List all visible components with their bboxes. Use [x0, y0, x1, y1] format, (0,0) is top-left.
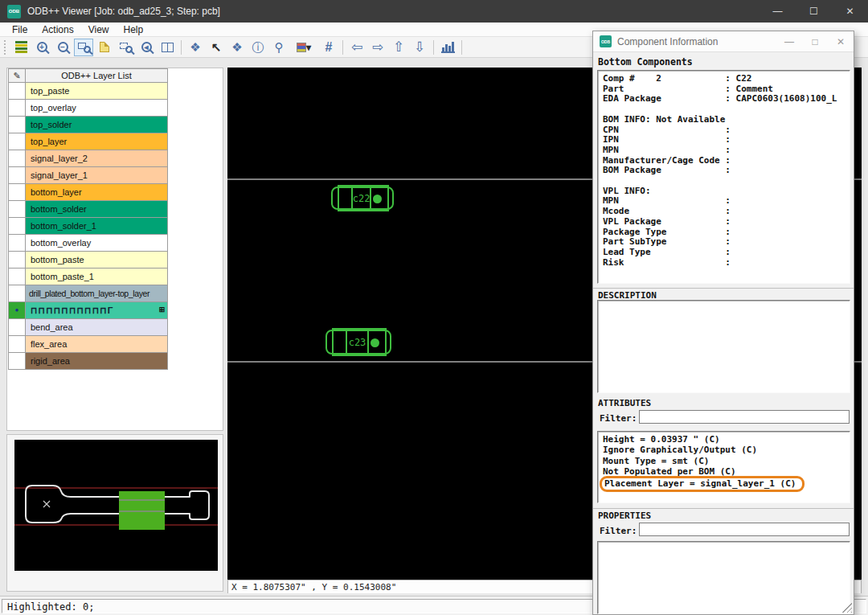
layer-row-top-solder[interactable]: top_solder — [8, 117, 168, 133]
layer-row-bottom-paste[interactable]: bottom_paste — [8, 252, 168, 269]
pan-down-button[interactable]: ⇩ — [410, 39, 429, 56]
measure-info-button[interactable]: ⓘ — [248, 39, 268, 56]
dialog-resize-grip[interactable] — [842, 603, 852, 613]
capture-view-button[interactable] — [95, 39, 114, 56]
component-label: c23 — [347, 330, 367, 355]
zoom-out-button[interactable]: − — [53, 39, 72, 56]
layer-visibility-cell[interactable] — [9, 167, 26, 183]
grid-toggle-button[interactable]: # — [319, 39, 338, 56]
layer-row-bottom-solder-1[interactable]: bottom_solder_1 — [8, 218, 168, 235]
layer-visibility-cell[interactable] — [9, 252, 26, 268]
layer-row-bottom-overlay[interactable]: bottom_overlay — [8, 235, 168, 252]
zoom-selection-icon — [120, 42, 132, 52]
attribute-item[interactable]: Ignore Graphically/Output (C) — [603, 445, 850, 455]
attribute-item[interactable]: Height = 0.03937 " (C) — [603, 434, 850, 445]
menu-view[interactable]: View — [81, 23, 117, 36]
layer-name: signal_layer_1 — [26, 167, 167, 183]
layer-visibility-cell[interactable] — [9, 117, 26, 133]
pan-left-button[interactable]: ⇦ — [347, 39, 366, 56]
menu-file[interactable]: File — [5, 23, 35, 36]
layer-visibility-cell[interactable] — [9, 133, 26, 150]
menu-help[interactable]: Help — [117, 23, 151, 36]
layer-row-top-overlay[interactable]: top_overlay — [8, 100, 168, 117]
dialog-close-button[interactable]: ✕ — [828, 31, 854, 51]
layer-row-top-paste[interactable]: top_paste — [8, 83, 168, 100]
pan-right-button[interactable]: ⇨ — [368, 39, 387, 56]
attributes-list[interactable]: Height = 0.03937 " (C) Ignore Graphicall… — [597, 431, 850, 503]
properties-label: PROPERTIES — [598, 510, 651, 521]
layer-visibility-cell[interactable] — [9, 201, 26, 217]
viewport-indicator[interactable] — [119, 491, 165, 530]
select-button[interactable]: ↖ — [207, 39, 226, 56]
dialog-title-bar[interactable]: ODB Component Information — □ ✕ — [593, 31, 854, 52]
close-button[interactable]: ✕ — [832, 0, 868, 23]
odb-viewer-window: ODB ODB++ Viewer [Job: odb_ad25_3; Step:… — [0, 0, 868, 615]
component-c23[interactable]: c23 — [326, 328, 391, 356]
layer-visibility-cell[interactable] — [9, 100, 26, 116]
attribute-item[interactable]: Mount Type = smt (C) — [603, 456, 850, 466]
split-view-button[interactable] — [158, 39, 177, 56]
find-button[interactable]: ⚲ — [269, 39, 289, 56]
layer-list-panel: ✎ ODB++ Layer List top_paste top_overlay… — [6, 68, 223, 431]
layer-row-bottom-solder[interactable]: bottom_solder — [8, 201, 168, 218]
zoom-previous-button[interactable]: ◂ — [137, 39, 156, 56]
layer-row-bend-area[interactable]: bend_area — [8, 319, 168, 336]
toolbar-grip[interactable] — [4, 40, 7, 55]
layer-visibility-cell[interactable] — [9, 150, 26, 166]
layer-visibility-cell[interactable] — [9, 319, 26, 335]
layer-list-title: ODB++ Layer List — [26, 69, 167, 82]
dialog-window-controls: — □ ✕ — [776, 31, 854, 51]
layer-row-top-layer[interactable]: top_layer — [8, 133, 168, 150]
minimize-button[interactable]: — — [760, 0, 796, 23]
layer-list-button[interactable] — [11, 39, 31, 56]
layer-visibility-cell[interactable]: ● — [9, 302, 26, 318]
toolbar-separator — [342, 40, 343, 55]
board-overview-canvas[interactable] — [14, 440, 218, 571]
layer-visibility-cell[interactable] — [9, 83, 26, 99]
layer-visibility-cell[interactable] — [9, 269, 26, 285]
layer-visibility-cell[interactable] — [9, 184, 26, 200]
attribute-item-highlighted[interactable]: Placement Layer = signal_layer_1 (C) — [600, 476, 805, 492]
toolbar-separator — [461, 40, 462, 55]
dialog-app-icon: ODB — [600, 35, 612, 47]
layer-row-bottom-paste-1[interactable]: bottom_paste_1 — [8, 269, 168, 285]
layer-row-rigid-area[interactable]: rigid_area — [8, 353, 168, 370]
layer-visibility-cell[interactable] — [9, 285, 26, 301]
snap-center-button[interactable]: ❖ — [227, 39, 247, 56]
component-pad — [339, 187, 353, 210]
expand-icon[interactable]: ⊞ — [158, 305, 165, 318]
edit-colors-icon[interactable]: ✎ — [9, 69, 26, 82]
zoom-area-button[interactable] — [74, 39, 93, 56]
layer-name: top_overlay — [26, 100, 167, 116]
layer-row-signal-layer-1[interactable]: signal_layer_1 — [8, 167, 168, 184]
arrow-down-icon: ⇩ — [414, 40, 425, 54]
component-information-dialog: ODB Component Information — □ ✕ Bottom C… — [592, 31, 854, 615]
properties-list[interactable] — [597, 541, 850, 614]
zoom-in-button[interactable]: + — [32, 39, 51, 56]
dialog-divider — [593, 508, 854, 509]
dialog-maximize-button[interactable]: □ — [802, 31, 828, 51]
attributes-filter-input[interactable] — [639, 410, 850, 424]
zoom-out-icon: − — [58, 42, 68, 52]
zoom-selection-button[interactable] — [116, 39, 135, 56]
pan-up-button[interactable]: ⇧ — [389, 39, 408, 56]
layer-name: ⊓⊓⊓⊓⊓⊓⊓⊓⊓⊓Γ ⊞ — [26, 302, 167, 318]
menu-actions[interactable]: Actions — [35, 23, 80, 36]
component-c22[interactable]: c22 — [331, 185, 394, 211]
snap-mode-button[interactable]: ❖ — [186, 39, 205, 56]
layer-visibility-cell[interactable] — [9, 353, 26, 369]
layer-row-drill-plated[interactable]: drill_plated_bottom_layer-top_layer — [8, 285, 168, 302]
maximize-button[interactable]: ☐ — [796, 0, 832, 23]
layer-row-flex-area[interactable]: flex_area — [8, 336, 168, 353]
layer-row-components[interactable]: ● ⊓⊓⊓⊓⊓⊓⊓⊓⊓⊓Γ ⊞ — [8, 302, 168, 319]
layer-visibility-cell[interactable] — [9, 336, 26, 352]
layer-row-signal-layer-2[interactable]: signal_layer_2 — [8, 150, 168, 167]
properties-filter-input[interactable] — [639, 523, 850, 536]
highlight-layers-button[interactable]: ▾ — [290, 39, 317, 56]
layer-row-bottom-layer[interactable]: bottom_layer — [8, 184, 168, 201]
analysis-button[interactable] — [438, 39, 457, 56]
description-box — [597, 300, 850, 393]
layer-visibility-cell[interactable] — [9, 218, 26, 234]
layer-visibility-cell[interactable] — [9, 235, 26, 251]
dialog-minimize-button[interactable]: — — [776, 31, 802, 51]
